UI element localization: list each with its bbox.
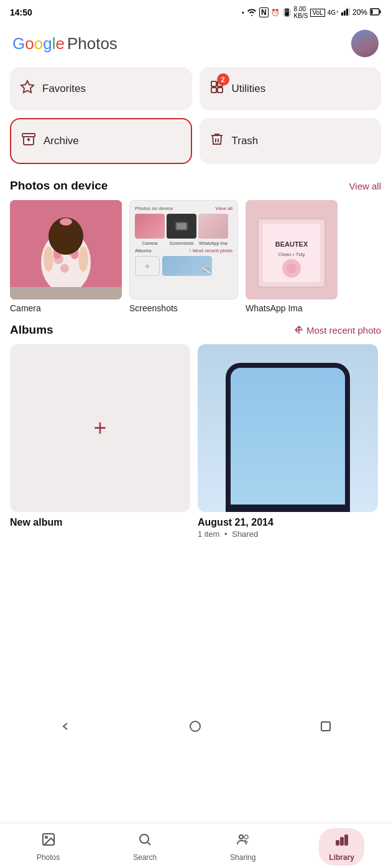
recent-album-thumb: [198, 344, 378, 512]
utilities-badge: 2: [217, 73, 229, 86]
nav-sharing[interactable]: Sharing: [220, 828, 265, 866]
camera-photo: [10, 200, 122, 299]
favorites-button[interactable]: Favorites: [10, 67, 192, 111]
archive-label: Archive: [44, 135, 79, 147]
trash-button[interactable]: Trash: [200, 118, 382, 164]
svg-point-34: [287, 263, 297, 273]
phone-screen: [231, 368, 345, 505]
ss-mini-1: [135, 214, 165, 239]
data-speed: 8.00KB/S: [294, 6, 308, 19]
svg-rect-1: [344, 11, 346, 16]
svg-point-20: [44, 247, 53, 272]
dot-separator: •: [224, 529, 228, 539]
svg-text:BEAUTEX: BEAUTEX: [275, 240, 308, 248]
archive-icon: [21, 132, 36, 150]
utilities-label: Utilities: [232, 83, 266, 95]
new-album-button[interactable]: + New album: [10, 344, 190, 539]
nav-library[interactable]: Library: [319, 828, 364, 866]
svg-point-21: [78, 247, 88, 272]
recents-button[interactable]: [320, 720, 332, 736]
ss-mini-2: [167, 214, 196, 239]
ss-mini-3: [198, 214, 228, 239]
photos-nav-icon: [41, 832, 56, 851]
no-cloud-icon: [202, 267, 211, 275]
ss-add-box: +: [135, 256, 160, 276]
album-shared: Shared: [232, 529, 258, 539]
battery-icon: [370, 8, 381, 17]
ss-view-all: View all: [216, 206, 232, 211]
header: Google Photos: [0, 25, 391, 67]
nav-search[interactable]: Search: [123, 828, 167, 866]
main-content: Favorites 2 Utilities Archive Trash Phot…: [0, 67, 391, 651]
status-time: 14:50: [10, 7, 32, 17]
google-letter-o2: o: [34, 34, 43, 53]
home-button[interactable]: [189, 720, 201, 736]
archive-button[interactable]: Archive: [10, 118, 192, 164]
search-nav-icon: [137, 832, 152, 851]
recent-album-meta: 1 item • Shared: [198, 529, 378, 539]
svg-line-38: [148, 843, 150, 845]
screenshots-folder[interactable]: Photos on device View all Camera Screens…: [129, 200, 238, 313]
google-letter-g: G: [12, 34, 25, 53]
photos-on-device-title: Photos on device: [10, 179, 108, 193]
quick-access-grid: Favorites 2 Utilities Archive Trash: [0, 67, 391, 174]
nav-search-label: Search: [133, 853, 157, 862]
vibrate-icon: 📳: [282, 8, 292, 17]
album-item-count: 1 item: [198, 529, 219, 539]
camera-thumb: [10, 200, 122, 299]
nav-library-label: Library: [329, 853, 354, 862]
ss-most-recent: ↑ Most recent photo: [189, 248, 232, 254]
albums-row: + New album August 21, 2014 1 item • Sha…: [0, 344, 391, 539]
svg-rect-12: [22, 134, 35, 137]
ss-label-camera: Camera: [135, 241, 165, 245]
new-album-thumb: +: [10, 344, 190, 512]
phone-mockup: [226, 363, 350, 512]
svg-rect-0: [341, 12, 343, 16]
whatsapp-folder[interactable]: BEAUTEXClean-Tidy BEAUTEX Clean • Tidy W…: [246, 200, 338, 313]
whatsapp-thumb: BEAUTEXClean-Tidy BEAUTEX Clean • Tidy: [246, 200, 338, 299]
ss-label-screenshots: Screenshots: [167, 241, 196, 245]
svg-rect-9: [211, 88, 216, 93]
avatar[interactable]: [351, 30, 379, 57]
nfc-icon: N: [259, 7, 269, 17]
trash-icon: [209, 132, 224, 150]
svg-rect-6: [371, 10, 373, 14]
svg-rect-3: [349, 7, 350, 16]
svg-rect-24: [10, 287, 122, 299]
albums-title: Albums: [10, 323, 53, 337]
svg-rect-2: [346, 9, 348, 16]
nav-photos[interactable]: Photos: [27, 828, 70, 866]
favorites-label: Favorites: [42, 83, 86, 95]
ss-title: Photos on device: [135, 206, 173, 211]
ss-photo-box: [162, 256, 212, 276]
nav-sharing-label: Sharing: [230, 853, 255, 862]
alarm-icon: ⏰: [271, 9, 280, 17]
svg-point-44: [190, 721, 200, 731]
svg-rect-43: [345, 835, 347, 845]
svg-point-37: [140, 834, 149, 843]
notification-dot: •: [242, 9, 244, 16]
svg-point-23: [60, 218, 72, 226]
camera-folder[interactable]: Camera: [10, 200, 122, 313]
most-recent-button[interactable]: Most recent photo: [294, 325, 381, 336]
screenshots-thumb: Photos on device View all Camera Screens…: [129, 200, 238, 299]
utilities-button[interactable]: 2 Utilities: [200, 67, 382, 111]
svg-marker-7: [21, 81, 34, 93]
whatsapp-label: WhatsApp Ima: [246, 303, 338, 313]
status-icons: • N ⏰ 📳 8.00KB/S VoL 4G⁺ 20%: [242, 6, 381, 19]
google-letter-e: e: [55, 34, 64, 53]
albums-section: Albums Most recent photo + New album: [0, 313, 391, 539]
app-title: Google Photos: [12, 34, 117, 53]
recent-album[interactable]: August 21, 2014 1 item • Shared: [198, 344, 378, 539]
new-album-plus-icon: +: [93, 415, 106, 441]
view-all-button[interactable]: View all: [349, 181, 381, 191]
photos-text: Photos: [67, 34, 117, 53]
wifi-icon: [247, 7, 257, 17]
svg-rect-45: [321, 722, 330, 731]
vol-icon: VoL: [310, 9, 324, 17]
star-icon: [20, 80, 35, 98]
back-button[interactable]: [59, 720, 71, 736]
screenshots-label: Screenshots: [129, 303, 238, 313]
svg-rect-26: [177, 223, 186, 229]
sharing-nav-icon: [236, 832, 251, 851]
